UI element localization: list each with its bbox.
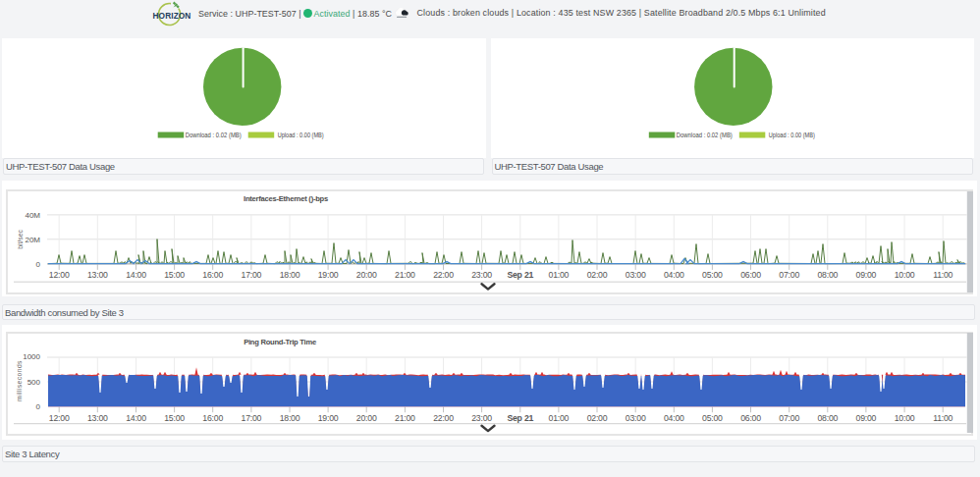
svg-text:23:00: 23:00 (471, 413, 492, 423)
svg-text:Upload : 0.00 (MB): Upload : 0.00 (MB) (278, 131, 324, 139)
svg-text:04:00: 04:00 (664, 413, 684, 423)
svg-text:0: 0 (36, 260, 41, 269)
svg-text:milliseconds: milliseconds (16, 360, 23, 401)
svg-text:Sep 21: Sep 21 (507, 270, 533, 280)
svg-text:16:00: 16:00 (202, 413, 223, 423)
svg-text:1000: 1000 (23, 352, 40, 361)
svg-text:10:00: 10:00 (895, 413, 915, 423)
svg-text:05:00: 05:00 (702, 270, 723, 280)
svg-text:06:00: 06:00 (740, 413, 761, 423)
svg-text:07:00: 07:00 (779, 413, 799, 423)
svg-text:23:00: 23:00 (471, 270, 492, 280)
svg-text:13:00: 13:00 (87, 413, 108, 423)
svg-text:09:00: 09:00 (856, 270, 877, 280)
svg-text:14:00: 14:00 (126, 413, 146, 423)
svg-text:17:00: 17:00 (242, 413, 262, 423)
svg-text:Upload : 0.00 (MB): Upload : 0.00 (MB) (768, 131, 814, 139)
svg-text:19:00: 19:00 (318, 270, 339, 280)
svg-text:40M: 40M (25, 211, 40, 220)
svg-text:22:00: 22:00 (433, 270, 454, 280)
svg-text:01:00: 01:00 (549, 413, 570, 423)
svg-text:21:00: 21:00 (395, 413, 415, 423)
svg-text:13:00: 13:00 (87, 270, 108, 280)
svg-text:11:00: 11:00 (933, 413, 953, 423)
svg-text:05:00: 05:00 (702, 413, 723, 423)
svg-text:bit/sec: bit/sec (17, 230, 24, 249)
svg-text:Interfaces-Ethernet ()-bps: Interfaces-Ethernet ()-bps (244, 194, 328, 203)
svg-text:12:00: 12:00 (49, 270, 70, 280)
svg-text:12:00: 12:00 (49, 413, 70, 423)
svg-text:08:00: 08:00 (817, 413, 838, 423)
svg-text:20:00: 20:00 (356, 413, 377, 423)
svg-text:17:00: 17:00 (242, 270, 262, 280)
svg-text:02:00: 02:00 (587, 413, 608, 423)
svg-text:03:00: 03:00 (626, 413, 646, 423)
svg-text:16:00: 16:00 (202, 270, 223, 280)
svg-text:Download : 0.02 (MB): Download : 0.02 (MB) (186, 131, 242, 139)
svg-text:14:00: 14:00 (126, 270, 146, 280)
svg-text:09:00: 09:00 (856, 413, 877, 423)
svg-text:07:00: 07:00 (779, 270, 799, 280)
svg-text:08:00: 08:00 (817, 270, 838, 280)
svg-text:500: 500 (27, 378, 41, 387)
svg-text:10:00: 10:00 (895, 270, 915, 280)
svg-text:03:00: 03:00 (626, 270, 646, 280)
svg-text:20M: 20M (25, 236, 40, 244)
svg-text:20:00: 20:00 (356, 270, 377, 280)
svg-text:18:00: 18:00 (280, 270, 300, 280)
svg-text:Sep 21: Sep 21 (507, 413, 533, 423)
svg-text:21:00: 21:00 (395, 270, 415, 280)
svg-text:HORIZON: HORIZON (153, 11, 191, 21)
svg-text:01:00: 01:00 (549, 270, 570, 280)
svg-text:06:00: 06:00 (740, 270, 761, 280)
svg-text:Download : 0.02 (MB): Download : 0.02 (MB) (676, 131, 732, 139)
svg-text:19:00: 19:00 (318, 413, 339, 423)
svg-text:11:00: 11:00 (933, 270, 953, 280)
svg-text:15:00: 15:00 (164, 413, 185, 423)
svg-text:0: 0 (36, 402, 41, 411)
svg-text:15:00: 15:00 (164, 270, 185, 280)
svg-text:22:00: 22:00 (433, 413, 454, 423)
svg-text:Ping Round-Trip Time: Ping Round-Trip Time (244, 338, 316, 346)
svg-text:02:00: 02:00 (587, 270, 608, 280)
svg-text:18:00: 18:00 (280, 413, 300, 423)
svg-text:04:00: 04:00 (664, 270, 684, 280)
